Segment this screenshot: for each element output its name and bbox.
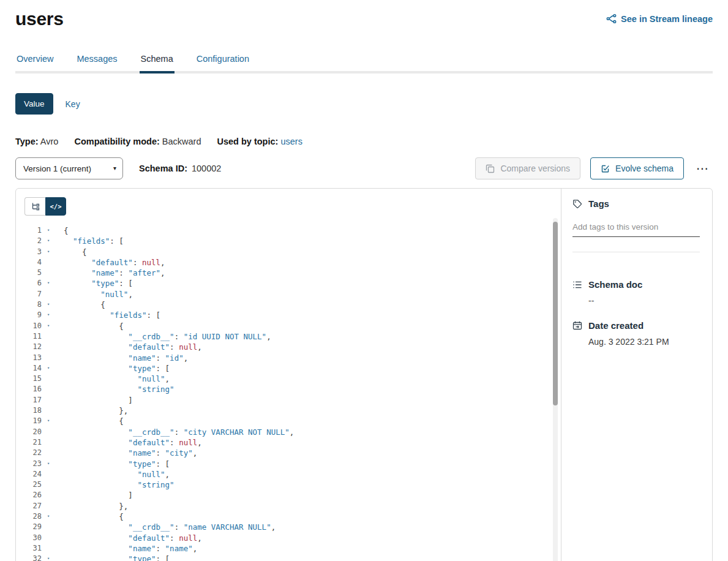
version-select-wrap: Version 1 (current) ▾ bbox=[15, 157, 123, 179]
fold-spacer bbox=[42, 543, 55, 554]
code-line: 13 "name": "id", bbox=[16, 353, 561, 363]
line-number: 2 bbox=[16, 236, 42, 246]
schema-id-value: 100002 bbox=[192, 164, 221, 173]
date-created-title: Date created bbox=[588, 320, 644, 331]
fold-toggle-icon[interactable]: ▾ bbox=[42, 247, 55, 257]
fold-toggle-icon[interactable]: ▾ bbox=[42, 459, 55, 469]
code-line: 8▾ { bbox=[16, 299, 561, 310]
tab-configuration[interactable]: Configuration bbox=[195, 54, 250, 73]
fold-spacer bbox=[42, 384, 55, 394]
line-number: 16 bbox=[16, 384, 42, 394]
schema-doc-value: -- bbox=[588, 296, 700, 306]
version-toolbar: Version 1 (current) ▾ Schema ID: 100002 … bbox=[15, 157, 713, 179]
code-text: { bbox=[55, 416, 124, 426]
compatibility-mode-value: Backward bbox=[162, 137, 201, 146]
value-toggle-button[interactable]: Value bbox=[15, 93, 53, 115]
fold-spacer bbox=[42, 501, 55, 511]
fold-toggle-icon[interactable]: ▾ bbox=[42, 321, 55, 331]
code-line: 21 "default": null, bbox=[16, 437, 561, 448]
code-line: 26 ] bbox=[16, 490, 561, 500]
schema-meta-row: Type: Avro Compatibility mode: Backward … bbox=[15, 137, 713, 146]
more-options-button[interactable]: ⋯ bbox=[692, 160, 713, 177]
line-number: 19 bbox=[16, 416, 42, 426]
code-line: 32▾ "type": [ bbox=[16, 554, 561, 561]
code-line: 23▾ "type": [ bbox=[16, 459, 561, 469]
scrollbar-track bbox=[553, 218, 558, 561]
line-number: 9 bbox=[16, 310, 42, 320]
code-line: 17 ] bbox=[16, 395, 561, 405]
tags-title: Tags bbox=[588, 198, 609, 209]
code-view-button[interactable]: </> bbox=[45, 197, 66, 216]
code-text: }, bbox=[55, 405, 128, 416]
code-text: "default": null, bbox=[55, 533, 202, 543]
fold-toggle-icon[interactable]: ▾ bbox=[42, 416, 55, 426]
code-text: "type": [ bbox=[55, 278, 133, 288]
fold-toggle-icon[interactable]: ▾ bbox=[42, 363, 55, 374]
line-number: 27 bbox=[16, 501, 42, 511]
fold-toggle-icon[interactable]: ▾ bbox=[42, 225, 55, 236]
fold-spacer bbox=[42, 331, 55, 342]
scrollbar-thumb[interactable] bbox=[553, 222, 558, 405]
tab-schema[interactable]: Schema bbox=[140, 54, 174, 73]
code-text: "__crdb__": "city VARCHAR NOT NULL", bbox=[55, 427, 294, 437]
line-number: 11 bbox=[16, 331, 42, 342]
code-line: 4 "default": null, bbox=[16, 257, 561, 268]
fold-spacer bbox=[42, 353, 55, 363]
code-text: "type": [ bbox=[55, 554, 170, 561]
code-text: "type": [ bbox=[55, 459, 170, 469]
fold-toggle-icon[interactable]: ▾ bbox=[42, 310, 55, 320]
line-number: 28 bbox=[16, 511, 42, 522]
fold-spacer bbox=[42, 533, 55, 543]
code-line: 29 "__crdb__": "name VARCHAR NULL", bbox=[16, 522, 561, 532]
line-number: 3 bbox=[16, 247, 42, 257]
key-toggle-button[interactable]: Key bbox=[62, 94, 84, 114]
add-tags-input[interactable] bbox=[572, 221, 700, 237]
code-text: "name": "city", bbox=[55, 448, 197, 458]
tree-view-icon bbox=[31, 202, 40, 211]
tree-view-button[interactable] bbox=[24, 197, 45, 216]
line-number: 26 bbox=[16, 490, 42, 500]
code-text: "name": "after", bbox=[55, 268, 165, 278]
code-line: 30 "default": null, bbox=[16, 533, 561, 543]
fold-spacer bbox=[42, 395, 55, 405]
line-number: 12 bbox=[16, 342, 42, 352]
tab-messages[interactable]: Messages bbox=[75, 54, 118, 73]
line-number: 22 bbox=[16, 448, 42, 458]
line-number: 18 bbox=[16, 405, 42, 416]
line-number: 29 bbox=[16, 522, 42, 532]
code-text: { bbox=[55, 321, 124, 331]
fold-spacer bbox=[42, 374, 55, 384]
topic-link[interactable]: users bbox=[280, 137, 302, 146]
tab-overview[interactable]: Overview bbox=[15, 54, 54, 73]
fold-spacer bbox=[42, 405, 55, 416]
evolve-schema-button[interactable]: Evolve schema bbox=[590, 157, 684, 179]
line-number: 1 bbox=[16, 225, 42, 236]
schema-code-editor[interactable]: 1▾{2▾ "fields": [3▾ {4 "default": null,5… bbox=[16, 225, 561, 561]
evolve-schema-label: Evolve schema bbox=[615, 164, 674, 173]
compare-versions-label: Compare versions bbox=[500, 164, 570, 173]
code-text: "null", bbox=[55, 374, 170, 384]
line-number: 23 bbox=[16, 459, 42, 469]
schema-card: </> 1▾{2▾ "fields": [3▾ {4 "default": nu… bbox=[15, 188, 713, 561]
stream-lineage-link[interactable]: See in Stream lineage bbox=[606, 13, 713, 24]
line-number: 30 bbox=[16, 533, 42, 543]
fold-toggle-icon[interactable]: ▾ bbox=[42, 236, 55, 246]
code-line: 18 }, bbox=[16, 405, 561, 416]
fold-toggle-icon[interactable]: ▾ bbox=[42, 511, 55, 522]
code-text: "name": "name", bbox=[55, 543, 197, 554]
code-line: 9▾ "fields": [ bbox=[16, 310, 561, 320]
code-line: 11 "__crdb__": "id UUID NOT NULL", bbox=[16, 331, 561, 342]
fold-toggle-icon[interactable]: ▾ bbox=[42, 554, 55, 561]
line-number: 21 bbox=[16, 437, 42, 448]
code-text: ] bbox=[55, 490, 133, 500]
used-by-topic: Used by topic: users bbox=[217, 137, 302, 146]
version-select[interactable]: Version 1 (current) bbox=[15, 157, 123, 179]
compare-versions-button[interactable]: Compare versions bbox=[475, 157, 580, 179]
code-text: "type": [ bbox=[55, 363, 170, 374]
code-view-icon: </> bbox=[50, 203, 62, 210]
schema-code-panel: </> 1▾{2▾ "fields": [3▾ {4 "default": nu… bbox=[16, 189, 561, 561]
date-created-icon bbox=[572, 321, 582, 330]
fold-toggle-icon[interactable]: ▾ bbox=[42, 278, 55, 288]
fold-toggle-icon[interactable]: ▾ bbox=[42, 299, 55, 310]
line-number: 6 bbox=[16, 278, 42, 288]
